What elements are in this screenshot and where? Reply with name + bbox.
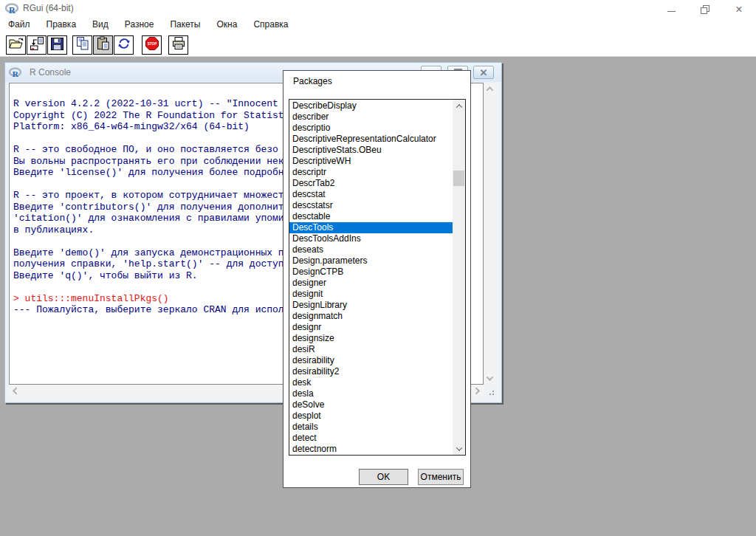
load-workspace-button[interactable] [27, 35, 47, 55]
package-list-item[interactable]: DescToolsAddIns [289, 233, 453, 244]
menu-item[interactable]: Разное [117, 16, 162, 33]
menu-item[interactable]: Правка [38, 16, 85, 33]
scroll-right-arrow[interactable] [471, 385, 484, 397]
package-list-item[interactable]: descriptio [289, 123, 453, 134]
menu-item[interactable]: Пакеты [162, 16, 208, 33]
copy-and-paste-button[interactable] [114, 35, 134, 55]
resize-grip[interactable] [484, 385, 496, 397]
package-list-item[interactable]: DesignLibrary [289, 300, 453, 311]
r-logo-icon: R [5, 3, 18, 15]
list-vertical-scrollbar[interactable] [453, 100, 465, 455]
minimize-icon [667, 11, 676, 12]
package-list-item[interactable]: desirability2 [289, 366, 453, 377]
copy-button[interactable] [72, 35, 92, 55]
menu-item[interactable]: Файл [0, 16, 38, 33]
close-icon: × [735, 4, 742, 16]
menu-bar: ФайлПравкаВидРазноеПакетыОкнаСправка [0, 16, 756, 33]
restore-icon [701, 5, 709, 14]
menu-item[interactable]: Вид [84, 16, 117, 33]
scroll-up-arrow[interactable] [484, 83, 496, 95]
printer-icon [171, 36, 186, 54]
package-list-item[interactable]: desla [289, 388, 453, 399]
scroll-down-arrow[interactable] [484, 372, 496, 385]
menu-item[interactable]: Окна [209, 16, 246, 33]
svg-text:R: R [9, 5, 16, 16]
package-list-item[interactable]: details [289, 422, 453, 433]
package-list-item[interactable]: describer [289, 111, 453, 123]
svg-text:STOP: STOP [147, 42, 156, 46]
paste-button[interactable] [93, 35, 113, 55]
sync-arrows-icon [117, 36, 131, 54]
open-script-button[interactable] [6, 35, 26, 55]
load-workspace-icon [30, 36, 44, 54]
package-list-item[interactable]: Design.parameters [289, 255, 453, 267]
console-title: R Console [30, 67, 71, 78]
menu-item[interactable]: Справка [245, 16, 296, 33]
package-list-item[interactable]: deSolve [289, 399, 453, 410]
package-list-item[interactable]: desctable [289, 211, 453, 222]
save-floppy-icon [50, 37, 64, 54]
scrollbar-thumb[interactable] [453, 171, 464, 186]
app-titlebar[interactable]: R RGui (64-bit) × [0, 0, 756, 16]
toolbar: STOP [0, 33, 756, 57]
package-list-item[interactable]: DescribeDisplay [289, 100, 453, 111]
package-list-item[interactable]: designmatch [289, 311, 453, 322]
save-workspace-button[interactable] [47, 35, 67, 55]
package-list-item[interactable]: desirability [289, 355, 453, 366]
copy-icon [75, 36, 90, 54]
scroll-left-arrow[interactable] [9, 385, 21, 397]
print-button[interactable] [168, 35, 188, 55]
dialog-title: Packages [293, 76, 332, 86]
package-list-item[interactable]: detect [289, 433, 453, 444]
package-list-item[interactable]: desiR [289, 344, 453, 355]
package-list-item[interactable]: detectnorm [289, 444, 453, 455]
close-icon: ✕ [480, 68, 488, 78]
package-list-item[interactable]: DescriptiveWH [289, 156, 453, 167]
package-list-item[interactable]: deseats [289, 244, 453, 255]
package-list-item[interactable]: DescTools [289, 222, 453, 233]
cancel-button[interactable]: Отменить [418, 469, 464, 485]
package-list-item[interactable]: descstatsr [289, 200, 453, 211]
console-close-button[interactable]: ✕ [473, 66, 494, 79]
package-list-item[interactable]: designsize [289, 333, 453, 344]
console-vertical-scrollbar[interactable] [484, 83, 496, 385]
package-list-item[interactable]: DescrTab2 [289, 178, 453, 189]
package-listbox[interactable]: DescribeDisplaydescriberdescriptioDescri… [289, 99, 466, 456]
package-list-item[interactable]: descstat [289, 189, 453, 200]
package-list-item[interactable]: descriptr [289, 167, 453, 178]
package-list-item[interactable]: DesignCTPB [289, 267, 453, 278]
ok-button[interactable]: OK [359, 469, 408, 485]
stop-sign-icon: STOP [145, 36, 159, 54]
scroll-down-arrow[interactable] [453, 442, 465, 455]
package-list-item[interactable]: DescriptiveRepresentationCalculator [289, 134, 453, 145]
package-list-item[interactable]: desk [289, 377, 453, 388]
paste-clipboard-icon [96, 36, 111, 54]
package-list-item[interactable]: designer [289, 278, 453, 289]
open-folder-icon [8, 36, 24, 54]
packages-dialog[interactable]: Packages DescribeDisplaydescriberdescrip… [283, 70, 471, 488]
package-list-item[interactable]: desplot [289, 410, 453, 422]
stop-computation-button[interactable]: STOP [142, 35, 162, 55]
scroll-up-arrow[interactable] [453, 100, 465, 112]
package-list-item[interactable]: designit [289, 289, 453, 300]
package-list-item[interactable]: DescriptiveStats.OBeu [289, 145, 453, 156]
svg-text:R: R [13, 69, 19, 78]
package-list-item[interactable]: designr [289, 322, 453, 333]
app-title: RGui (64-bit) [23, 3, 74, 13]
r-logo-icon: R [9, 67, 22, 79]
